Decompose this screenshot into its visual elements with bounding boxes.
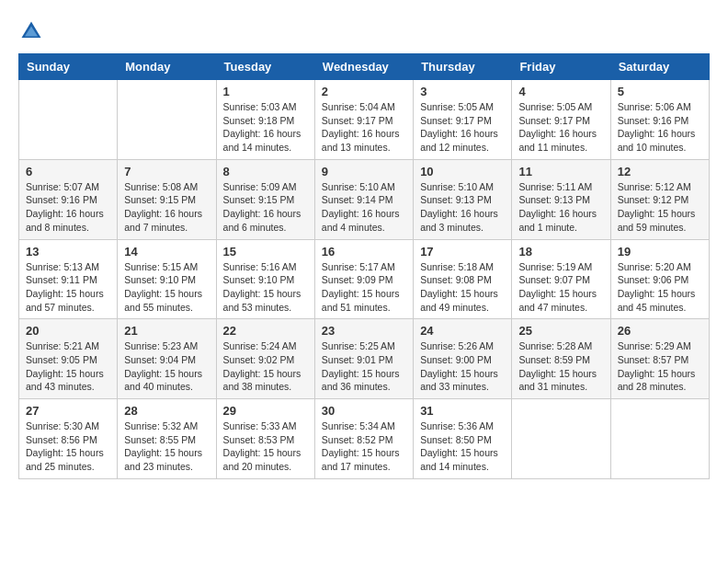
day-info: Sunrise: 5:32 AM Sunset: 8:55 PM Dayligh… [124,419,209,474]
day-cell: 12Sunrise: 5:12 AM Sunset: 9:12 PM Dayli… [610,159,709,239]
day-info: Sunrise: 5:16 AM Sunset: 9:10 PM Dayligh… [223,260,308,315]
day-number: 14 [124,245,209,259]
day-number: 2 [322,85,406,98]
day-cell: 13Sunrise: 5:13 AM Sunset: 9:11 PM Dayli… [19,239,118,319]
day-cell: 23Sunrise: 5:25 AM Sunset: 9:01 PM Dayli… [314,319,413,399]
day-number: 31 [420,404,505,418]
day-number: 8 [223,165,308,178]
column-header-tuesday: Tuesday [216,54,314,80]
day-number: 12 [618,165,702,178]
page-header [18,18,710,44]
day-number: 9 [322,165,406,178]
day-number: 15 [223,245,308,259]
day-info: Sunrise: 5:08 AM Sunset: 9:15 PM Dayligh… [124,180,209,235]
week-row-3: 13Sunrise: 5:13 AM Sunset: 9:11 PM Dayli… [19,239,710,319]
column-header-saturday: Saturday [610,54,709,80]
day-info: Sunrise: 5:30 AM Sunset: 8:56 PM Dayligh… [26,419,110,474]
day-cell [19,80,118,160]
day-info: Sunrise: 5:09 AM Sunset: 9:15 PM Dayligh… [223,180,308,235]
day-info: Sunrise: 5:15 AM Sunset: 9:10 PM Dayligh… [124,260,209,315]
day-number: 23 [322,324,406,338]
day-number: 19 [618,245,702,259]
day-number: 29 [223,404,308,418]
column-header-friday: Friday [512,54,610,80]
day-number: 21 [124,324,209,338]
day-number: 26 [618,324,702,338]
day-cell: 16Sunrise: 5:17 AM Sunset: 9:09 PM Dayli… [314,239,413,319]
day-cell: 19Sunrise: 5:20 AM Sunset: 9:06 PM Dayli… [610,239,709,319]
day-cell: 25Sunrise: 5:28 AM Sunset: 8:59 PM Dayli… [512,319,610,399]
day-cell: 7Sunrise: 5:08 AM Sunset: 9:15 PM Daylig… [118,159,216,239]
day-info: Sunrise: 5:21 AM Sunset: 9:05 PM Dayligh… [26,339,110,394]
day-info: Sunrise: 5:04 AM Sunset: 9:17 PM Dayligh… [322,100,406,155]
day-cell: 20Sunrise: 5:21 AM Sunset: 9:05 PM Dayli… [19,319,118,399]
logo-icon [18,18,44,44]
day-cell: 28Sunrise: 5:32 AM Sunset: 8:55 PM Dayli… [118,399,216,479]
day-info: Sunrise: 5:23 AM Sunset: 9:04 PM Dayligh… [124,339,209,394]
day-info: Sunrise: 5:13 AM Sunset: 9:11 PM Dayligh… [26,260,110,315]
day-number: 10 [420,165,505,178]
day-info: Sunrise: 5:26 AM Sunset: 9:00 PM Dayligh… [420,339,505,394]
day-cell: 26Sunrise: 5:29 AM Sunset: 8:57 PM Dayli… [610,319,709,399]
column-header-wednesday: Wednesday [314,54,413,80]
week-row-1: 1Sunrise: 5:03 AM Sunset: 9:18 PM Daylig… [19,80,710,160]
week-row-5: 27Sunrise: 5:30 AM Sunset: 8:56 PM Dayli… [19,399,710,479]
day-info: Sunrise: 5:06 AM Sunset: 9:16 PM Dayligh… [618,100,702,155]
day-cell [610,399,709,479]
calendar-header-row: SundayMondayTuesdayWednesdayThursdayFrid… [19,54,710,80]
day-number: 6 [26,165,110,178]
day-info: Sunrise: 5:25 AM Sunset: 9:01 PM Dayligh… [322,339,406,394]
day-cell: 24Sunrise: 5:26 AM Sunset: 9:00 PM Dayli… [414,319,512,399]
day-info: Sunrise: 5:19 AM Sunset: 9:07 PM Dayligh… [518,260,603,315]
day-info: Sunrise: 5:10 AM Sunset: 9:14 PM Dayligh… [322,180,406,235]
day-info: Sunrise: 5:33 AM Sunset: 8:53 PM Dayligh… [223,419,308,474]
day-cell: 18Sunrise: 5:19 AM Sunset: 9:07 PM Dayli… [512,239,610,319]
day-cell: 14Sunrise: 5:15 AM Sunset: 9:10 PM Dayli… [118,239,216,319]
day-number: 25 [518,324,603,338]
day-cell: 22Sunrise: 5:24 AM Sunset: 9:02 PM Dayli… [216,319,314,399]
day-cell: 29Sunrise: 5:33 AM Sunset: 8:53 PM Dayli… [216,399,314,479]
day-number: 11 [518,165,603,178]
day-info: Sunrise: 5:34 AM Sunset: 8:52 PM Dayligh… [322,419,406,474]
day-number: 16 [322,245,406,259]
day-cell: 10Sunrise: 5:10 AM Sunset: 9:13 PM Dayli… [414,159,512,239]
day-cell [118,80,216,160]
day-number: 7 [124,165,209,178]
day-number: 22 [223,324,308,338]
day-number: 5 [618,85,702,98]
day-number: 18 [518,245,603,259]
day-info: Sunrise: 5:28 AM Sunset: 8:59 PM Dayligh… [518,339,603,394]
day-info: Sunrise: 5:12 AM Sunset: 9:12 PM Dayligh… [618,180,702,235]
day-info: Sunrise: 5:20 AM Sunset: 9:06 PM Dayligh… [618,260,702,315]
day-cell: 15Sunrise: 5:16 AM Sunset: 9:10 PM Dayli… [216,239,314,319]
calendar: SundayMondayTuesdayWednesdayThursdayFrid… [18,53,710,479]
day-cell: 31Sunrise: 5:36 AM Sunset: 8:50 PM Dayli… [414,399,512,479]
day-number: 3 [420,85,505,98]
day-number: 17 [420,245,505,259]
day-cell: 9Sunrise: 5:10 AM Sunset: 9:14 PM Daylig… [314,159,413,239]
day-number: 27 [26,404,110,418]
day-cell: 1Sunrise: 5:03 AM Sunset: 9:18 PM Daylig… [216,80,314,160]
day-number: 4 [518,85,603,98]
day-cell: 4Sunrise: 5:05 AM Sunset: 9:17 PM Daylig… [512,80,610,160]
day-info: Sunrise: 5:07 AM Sunset: 9:16 PM Dayligh… [26,180,110,235]
day-info: Sunrise: 5:17 AM Sunset: 9:09 PM Dayligh… [322,260,406,315]
day-number: 30 [322,404,406,418]
day-info: Sunrise: 5:36 AM Sunset: 8:50 PM Dayligh… [420,419,505,474]
day-info: Sunrise: 5:29 AM Sunset: 8:57 PM Dayligh… [618,339,702,394]
day-cell: 11Sunrise: 5:11 AM Sunset: 9:13 PM Dayli… [512,159,610,239]
day-number: 28 [124,404,209,418]
day-cell: 2Sunrise: 5:04 AM Sunset: 9:17 PM Daylig… [314,80,413,160]
day-cell: 27Sunrise: 5:30 AM Sunset: 8:56 PM Dayli… [19,399,118,479]
day-number: 13 [26,245,110,259]
week-row-2: 6Sunrise: 5:07 AM Sunset: 9:16 PM Daylig… [19,159,710,239]
day-info: Sunrise: 5:05 AM Sunset: 9:17 PM Dayligh… [518,100,603,155]
day-cell: 8Sunrise: 5:09 AM Sunset: 9:15 PM Daylig… [216,159,314,239]
day-info: Sunrise: 5:11 AM Sunset: 9:13 PM Dayligh… [518,180,603,235]
day-info: Sunrise: 5:05 AM Sunset: 9:17 PM Dayligh… [420,100,505,155]
day-info: Sunrise: 5:24 AM Sunset: 9:02 PM Dayligh… [223,339,308,394]
day-info: Sunrise: 5:10 AM Sunset: 9:13 PM Dayligh… [420,180,505,235]
day-cell: 5Sunrise: 5:06 AM Sunset: 9:16 PM Daylig… [610,80,709,160]
day-cell: 17Sunrise: 5:18 AM Sunset: 9:08 PM Dayli… [414,239,512,319]
column-header-monday: Monday [118,54,216,80]
